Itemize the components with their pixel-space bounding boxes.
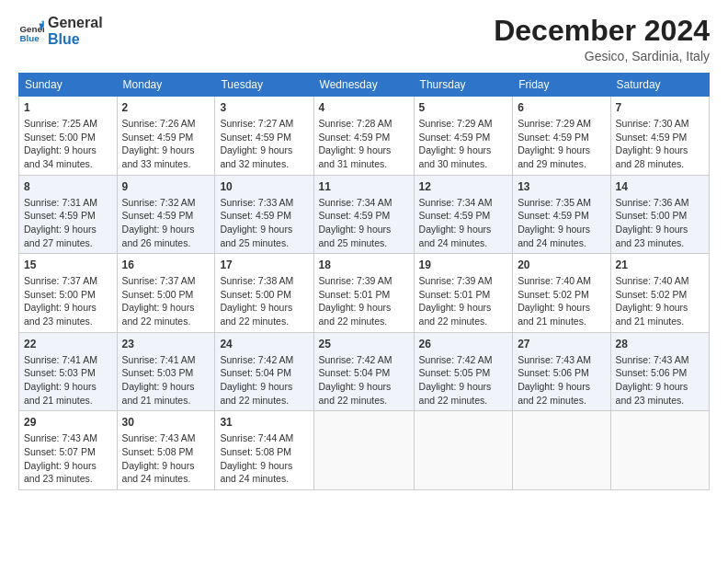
day-number: 19 xyxy=(419,258,508,273)
calendar-cell: 4 Sunrise: 7:28 AM Sunset: 4:59 PM Dayli… xyxy=(313,97,414,176)
sunrise-label: Sunrise: 7:25 AM xyxy=(24,118,97,129)
daylight-label: Daylight: 9 hours and 29 minutes. xyxy=(518,144,590,169)
calendar-header-row: SundayMondayTuesdayWednesdayThursdayFrid… xyxy=(19,74,710,97)
header: General Blue General Blue December 2024 … xyxy=(18,15,710,63)
sunset-label: Sunset: 4:59 PM xyxy=(616,132,688,143)
sunset-label: Sunset: 4:59 PM xyxy=(518,210,589,221)
sunrise-label: Sunrise: 7:28 AM xyxy=(319,118,392,129)
calendar-cell: 15 Sunrise: 7:37 AM Sunset: 5:00 PM Dayl… xyxy=(19,254,118,333)
sunset-label: Sunset: 5:08 PM xyxy=(122,446,194,457)
daylight-label: Daylight: 9 hours and 33 minutes. xyxy=(122,144,195,169)
logo: General Blue General Blue xyxy=(18,15,103,47)
sunrise-label: Sunrise: 7:37 AM xyxy=(122,275,196,286)
sunset-label: Sunset: 4:59 PM xyxy=(419,210,491,221)
daylight-label: Daylight: 9 hours and 23 minutes. xyxy=(24,302,97,327)
sunset-label: Sunset: 5:03 PM xyxy=(122,367,194,378)
calendar-cell: 2 Sunrise: 7:26 AM Sunset: 4:59 PM Dayli… xyxy=(117,97,215,176)
sunrise-label: Sunrise: 7:39 AM xyxy=(419,275,493,286)
day-number: 9 xyxy=(122,179,210,195)
sunset-label: Sunset: 5:04 PM xyxy=(319,367,391,378)
calendar-cell: 23 Sunrise: 7:41 AM Sunset: 5:03 PM Dayl… xyxy=(117,332,215,411)
calendar-cell: 24 Sunrise: 7:42 AM Sunset: 5:04 PM Dayl… xyxy=(215,332,313,411)
calendar-table: SundayMondayTuesdayWednesdayThursdayFrid… xyxy=(18,73,710,490)
day-number: 11 xyxy=(319,179,409,195)
sunset-label: Sunset: 4:59 PM xyxy=(220,210,291,221)
sunset-label: Sunset: 5:00 PM xyxy=(220,289,291,300)
sunrise-label: Sunrise: 7:29 AM xyxy=(419,118,493,129)
sunrise-label: Sunrise: 7:32 AM xyxy=(122,197,196,208)
sunrise-label: Sunrise: 7:44 AM xyxy=(220,432,293,443)
day-of-week-header: Tuesday xyxy=(215,74,313,97)
logo-icon: General Blue xyxy=(18,18,44,44)
sunrise-label: Sunrise: 7:26 AM xyxy=(122,118,196,129)
sunrise-label: Sunrise: 7:43 AM xyxy=(24,432,97,443)
day-number: 10 xyxy=(220,179,308,195)
day-number: 18 xyxy=(319,258,409,273)
calendar-cell: 21 Sunrise: 7:40 AM Sunset: 5:02 PM Dayl… xyxy=(610,254,709,333)
day-number: 31 xyxy=(220,415,308,431)
day-number: 12 xyxy=(419,179,508,195)
calendar-week-row: 22 Sunrise: 7:41 AM Sunset: 5:03 PM Dayl… xyxy=(19,332,710,411)
calendar-cell: 20 Sunrise: 7:40 AM Sunset: 5:02 PM Dayl… xyxy=(513,254,610,333)
day-of-week-header: Thursday xyxy=(414,74,513,97)
sunset-label: Sunset: 5:02 PM xyxy=(518,289,589,300)
day-number: 29 xyxy=(24,415,112,431)
daylight-label: Daylight: 9 hours and 22 minutes. xyxy=(319,302,392,327)
daylight-label: Daylight: 9 hours and 24 minutes. xyxy=(419,224,492,248)
day-number: 13 xyxy=(518,179,605,195)
day-number: 30 xyxy=(122,415,210,431)
day-number: 2 xyxy=(122,100,210,116)
calendar-week-row: 15 Sunrise: 7:37 AM Sunset: 5:00 PM Dayl… xyxy=(19,254,710,333)
sunrise-label: Sunrise: 7:42 AM xyxy=(319,354,392,365)
daylight-label: Daylight: 9 hours and 32 minutes. xyxy=(220,144,292,169)
daylight-label: Daylight: 9 hours and 24 minutes. xyxy=(220,460,292,485)
day-number: 23 xyxy=(122,337,210,352)
sunset-label: Sunset: 5:06 PM xyxy=(518,367,589,378)
sunrise-label: Sunrise: 7:40 AM xyxy=(616,275,689,286)
sunrise-label: Sunrise: 7:39 AM xyxy=(319,275,392,286)
day-number: 15 xyxy=(24,258,112,273)
day-of-week-header: Saturday xyxy=(610,74,709,97)
daylight-label: Daylight: 9 hours and 28 minutes. xyxy=(616,144,688,169)
day-number: 20 xyxy=(518,258,605,273)
sunset-label: Sunset: 5:05 PM xyxy=(419,367,491,378)
sunset-label: Sunset: 5:06 PM xyxy=(616,367,688,378)
daylight-label: Daylight: 9 hours and 22 minutes. xyxy=(220,381,292,406)
day-number: 7 xyxy=(616,100,704,116)
daylight-label: Daylight: 9 hours and 24 minutes. xyxy=(518,224,590,248)
calendar-cell xyxy=(513,411,610,490)
day-number: 24 xyxy=(220,337,308,352)
sunrise-label: Sunrise: 7:33 AM xyxy=(220,197,293,208)
sunrise-label: Sunrise: 7:36 AM xyxy=(616,197,689,208)
daylight-label: Daylight: 9 hours and 21 minutes. xyxy=(518,302,590,327)
calendar-cell: 3 Sunrise: 7:27 AM Sunset: 4:59 PM Dayli… xyxy=(215,97,313,176)
sunrise-label: Sunrise: 7:34 AM xyxy=(319,197,392,208)
sunset-label: Sunset: 4:59 PM xyxy=(319,132,391,143)
sunrise-label: Sunrise: 7:41 AM xyxy=(122,354,196,365)
calendar-cell: 25 Sunrise: 7:42 AM Sunset: 5:04 PM Dayl… xyxy=(313,332,414,411)
day-number: 25 xyxy=(319,337,409,352)
day-number: 22 xyxy=(24,337,112,352)
calendar-cell: 31 Sunrise: 7:44 AM Sunset: 5:08 PM Dayl… xyxy=(215,411,313,490)
daylight-label: Daylight: 9 hours and 22 minutes. xyxy=(220,302,292,327)
calendar-cell: 13 Sunrise: 7:35 AM Sunset: 4:59 PM Dayl… xyxy=(513,175,610,254)
calendar-cell xyxy=(414,411,513,490)
sunset-label: Sunset: 4:59 PM xyxy=(122,210,194,221)
calendar-cell: 18 Sunrise: 7:39 AM Sunset: 5:01 PM Dayl… xyxy=(313,254,414,333)
calendar-cell: 14 Sunrise: 7:36 AM Sunset: 5:00 PM Dayl… xyxy=(610,175,709,254)
sunset-label: Sunset: 5:07 PM xyxy=(24,446,96,457)
daylight-label: Daylight: 9 hours and 23 minutes. xyxy=(24,460,97,485)
calendar-week-row: 8 Sunrise: 7:31 AM Sunset: 4:59 PM Dayli… xyxy=(19,175,710,254)
daylight-label: Daylight: 9 hours and 34 minutes. xyxy=(24,144,97,169)
sunrise-label: Sunrise: 7:35 AM xyxy=(518,197,591,208)
day-number: 4 xyxy=(319,100,409,116)
day-number: 16 xyxy=(122,258,210,273)
sunset-label: Sunset: 5:00 PM xyxy=(24,289,96,300)
sunrise-label: Sunrise: 7:40 AM xyxy=(518,275,591,286)
calendar-cell: 16 Sunrise: 7:37 AM Sunset: 5:00 PM Dayl… xyxy=(117,254,215,333)
daylight-label: Daylight: 9 hours and 26 minutes. xyxy=(122,224,195,248)
sunrise-label: Sunrise: 7:43 AM xyxy=(518,354,591,365)
daylight-label: Daylight: 9 hours and 25 minutes. xyxy=(220,224,292,248)
calendar-cell: 6 Sunrise: 7:29 AM Sunset: 4:59 PM Dayli… xyxy=(513,97,610,176)
sunrise-label: Sunrise: 7:41 AM xyxy=(24,354,97,365)
